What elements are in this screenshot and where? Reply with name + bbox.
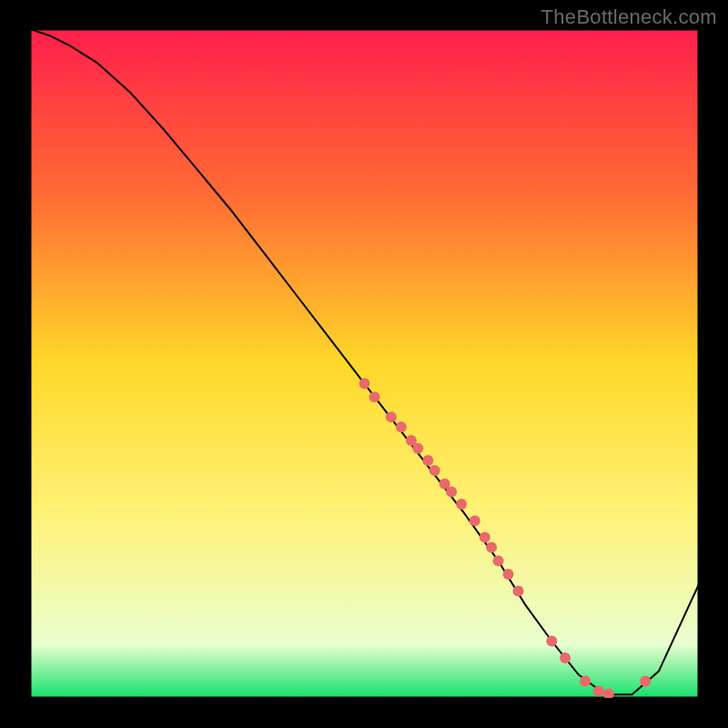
highlight-point [546,636,557,647]
highlight-point [470,515,480,526]
highlight-point [422,455,433,466]
highlight-point [456,499,467,510]
highlight-point [560,652,571,663]
highlight-point [430,465,440,476]
highlight-point [369,391,380,402]
highlight-point [580,676,591,687]
highlight-point [503,569,514,580]
highlight-point [493,555,504,566]
highlight-point [640,676,651,687]
highlight-point [513,585,524,596]
highlight-point [359,379,370,389]
heatmap-background [30,29,699,698]
plot-area [30,29,699,698]
highlight-point [386,411,397,422]
watermark-label: TheBottleneck.com [541,5,717,29]
bottleneck-chart [30,29,699,698]
highlight-point [486,542,497,553]
highlight-point [412,443,423,454]
highlight-point [480,532,490,543]
chart-container: TheBottleneck.com [0,0,728,728]
highlight-point [396,421,407,432]
highlight-point [446,487,457,498]
highlight-point [593,686,604,697]
